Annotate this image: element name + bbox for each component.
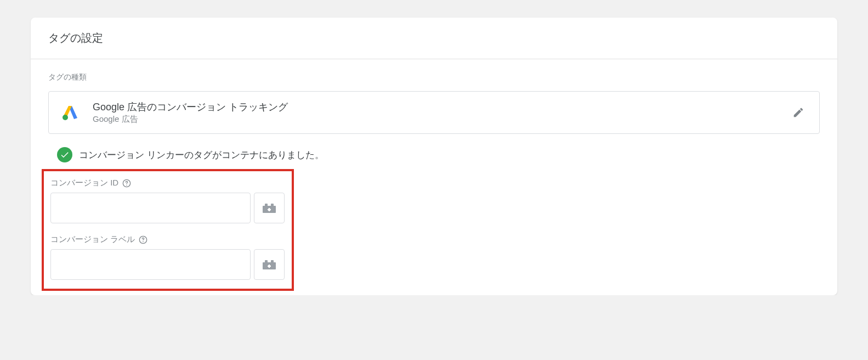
highlighted-fields-box: コンバージョン ID [42,169,294,291]
svg-point-0 [63,115,68,120]
conversion-label-label: コンバージョン ラベル [50,234,135,245]
svg-rect-16 [268,266,271,267]
tag-config-panel: タグの設定 タグの種類 Google 広告のコンバージョン トラッキング Goo… [31,18,837,295]
svg-rect-13 [271,260,274,263]
tag-type-selector[interactable]: Google 広告のコンバージョン トラッキング Google 広告 [48,91,820,134]
tag-type-title: Google 広告のコンバージョン トラッキング [93,100,778,114]
conversion-id-label: コンバージョン ID [50,178,118,188]
conversion-label-input-row [50,249,285,280]
conversion-label-input[interactable] [50,249,251,280]
conversion-id-input-row [50,193,285,223]
svg-rect-8 [268,209,271,210]
variable-brick-icon [262,259,276,270]
pencil-icon [792,106,804,119]
variable-brick-icon [262,203,276,213]
check-circle-icon [57,147,72,162]
svg-rect-5 [271,204,274,206]
tag-type-subtitle: Google 広告 [93,114,778,125]
panel-title: タグの設定 [48,31,820,46]
insert-variable-button[interactable] [254,193,285,223]
svg-rect-12 [265,260,268,263]
insert-variable-button[interactable] [254,249,285,280]
panel-header: タグの設定 [31,18,837,59]
conversion-id-label-row: コンバージョン ID [50,178,285,188]
panel-body: タグの種類 Google 広告のコンバージョン トラッキング Google 広告 [31,59,837,295]
svg-point-2 [126,184,127,185]
status-row: コンバージョン リンカーのタグがコンテナにありました。 [57,147,820,162]
conversion-label-field-group: コンバージョン ラベル [50,234,285,280]
tag-type-section-label: タグの種類 [48,72,820,82]
conversion-id-input[interactable] [50,193,251,223]
svg-rect-4 [265,204,268,206]
help-icon[interactable] [122,178,132,188]
conversion-label-label-row: コンバージョン ラベル [50,234,285,245]
help-icon[interactable] [138,235,148,245]
google-ads-icon [60,102,82,123]
edit-tag-type-button[interactable] [788,103,808,122]
tag-type-texts: Google 広告のコンバージョン トラッキング Google 広告 [93,100,778,125]
status-message: コンバージョン リンカーのタグがコンテナにありました。 [79,149,324,161]
conversion-id-field-group: コンバージョン ID [50,178,285,223]
svg-point-10 [143,241,144,242]
